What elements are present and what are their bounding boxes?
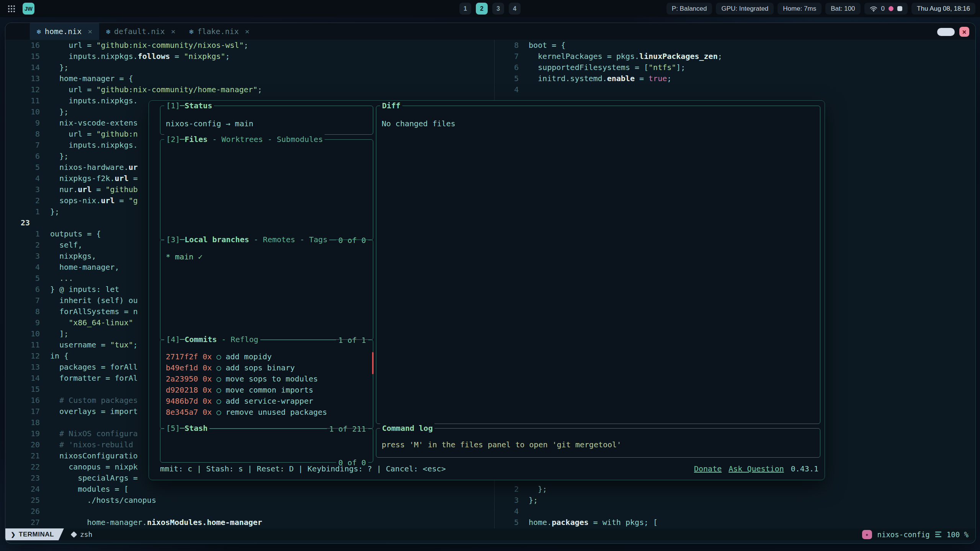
- workspace-button-1[interactable]: 1: [459, 3, 471, 15]
- lazygit-footer: mmit: c | Stash: s | Reset: D | Keybindi…: [160, 463, 818, 474]
- commits-scrollbar[interactable]: [372, 352, 374, 374]
- lazygit-status-panel[interactable]: [1]─Status nixos-config → main: [160, 106, 373, 135]
- lazygit-commits-panel[interactable]: [4]─Commits - Reflog 2717f2f0x○add mopid…: [160, 339, 373, 429]
- code-text: home-manager.nixosModules.home-manager: [50, 517, 262, 528]
- code-line[interactable]: 4: [497, 84, 971, 95]
- lazygit-diff-panel[interactable]: Diff No changed files: [376, 106, 820, 424]
- code-text: inputs.nixpkgs.follows = "nixpkgs";: [50, 51, 230, 62]
- tab-close-icon[interactable]: ×: [171, 27, 176, 36]
- shell-label: zsh: [80, 530, 93, 538]
- line-number: 18: [16, 417, 40, 428]
- lazygit-files-panel[interactable]: [2]─Files - Worktrees - Submodules 0 of …: [160, 139, 373, 240]
- apps-menu-button[interactable]: [5, 3, 17, 15]
- code-line[interactable]: 4: [497, 506, 971, 517]
- tab-close-icon[interactable]: ×: [245, 27, 250, 36]
- keybinding-hints: mmit: c | Stash: s | Reset: D | Keybindi…: [160, 463, 446, 474]
- lazygit-stash-panel[interactable]: [5]─Stash 0 of 0: [160, 428, 373, 463]
- clock[interactable]: Thu Aug 08, 18:16: [911, 3, 975, 15]
- line-number: 9: [16, 117, 40, 129]
- code-line[interactable]: 24 modules = [: [16, 484, 497, 495]
- commit-graph-icon: ○: [216, 352, 221, 361]
- code-line[interactable]: 14 };: [16, 62, 497, 73]
- donate-link[interactable]: Donate: [694, 463, 722, 474]
- code-line[interactable]: 7 kernelPackages = pkgs.linuxPackages_ze…: [497, 51, 971, 62]
- code-line[interactable]: 13 home-manager = {: [16, 73, 497, 84]
- lazygit-branches-panel[interactable]: [3]─Local branches - Remotes - Tags * ma…: [160, 240, 373, 340]
- module-home-ping[interactable]: Home: 7ms: [777, 3, 822, 15]
- code-line[interactable]: 5home.packages = with pkgs; [: [497, 517, 971, 528]
- code-text: nixpkgs,: [50, 251, 96, 262]
- indicator-dot-icon: [889, 6, 893, 11]
- workspace-button-3[interactable]: 3: [492, 3, 504, 15]
- tab-default.nix[interactable]: ❄default.nix×: [99, 23, 182, 40]
- diff-empty-text: No changed files: [376, 106, 820, 129]
- commit-row[interactable]: 2a239500x○move sops to modules: [166, 373, 373, 385]
- code-line[interactable]: 16 url = "github:nix-community/nixos-wsl…: [16, 40, 497, 51]
- tab-home.nix[interactable]: ❄home.nix×: [30, 23, 99, 40]
- tab-label: home.nix: [45, 27, 82, 36]
- code-line[interactable]: 2 };: [497, 484, 971, 495]
- line-number: 14: [16, 62, 40, 73]
- line-number: 5: [497, 73, 519, 84]
- commit-row[interactable]: 9486b7d0x○add service-wrapper: [166, 396, 373, 407]
- ask-question-link[interactable]: Ask Question: [728, 463, 784, 474]
- line-number: 7: [497, 51, 519, 62]
- commit-row[interactable]: 2717f2f0x○add mopidy: [166, 351, 373, 362]
- code-line[interactable]: 6 supportedFilesystems = ["ntfs"];: [497, 62, 971, 73]
- code-text: nixos-hardware.ur: [50, 162, 138, 173]
- code-line[interactable]: 8boot = {: [497, 40, 971, 51]
- module-gpu[interactable]: GPU: Integrated: [716, 3, 774, 15]
- commit-graph-icon: ○: [216, 374, 221, 383]
- code-line[interactable]: 26: [16, 506, 497, 517]
- code-line[interactable]: 25 ./hosts/canopus: [16, 495, 497, 506]
- line-number: 20: [16, 439, 40, 450]
- code-line[interactable]: 5 initrd.systemd.enable = true;: [497, 73, 971, 84]
- system-tray[interactable]: 0: [864, 3, 908, 15]
- commit-message: remove unused packages: [225, 408, 327, 417]
- line-number: 2: [16, 195, 40, 206]
- code-line[interactable]: 15 inputs.nixpkgs.follows = "nixpkgs";: [16, 51, 497, 62]
- line-number: 13: [16, 73, 40, 84]
- commit-message: add service-wrapper: [225, 396, 313, 406]
- window-close-button[interactable]: ×: [959, 27, 969, 37]
- terminal-icon: ❯: [11, 531, 16, 538]
- code-text: home.packages = with pkgs; [: [529, 517, 658, 528]
- line-number: 7: [16, 140, 40, 151]
- workspace-button-4[interactable]: 4: [509, 3, 521, 15]
- code-text: # Custom packages: [50, 395, 138, 406]
- commit-row[interactable]: 8e345a70x○remove unused packages: [166, 407, 373, 418]
- line-number: 3: [16, 251, 40, 262]
- line-number: 5: [497, 517, 519, 528]
- lazygit-command-log-panel[interactable]: Command log press 'M' in the files panel…: [376, 428, 820, 458]
- shell-indicator: zsh: [72, 530, 93, 538]
- code-text: ];: [50, 328, 69, 339]
- commit-author: 0x: [203, 408, 212, 417]
- workspace-button-2[interactable]: 2: [476, 3, 488, 15]
- line-number: 4: [497, 506, 519, 517]
- project-icon: ✦: [862, 530, 872, 539]
- module-power-profile[interactable]: P: Balanced: [666, 3, 712, 15]
- tab-close-icon[interactable]: ×: [88, 27, 92, 36]
- code-text: "x86_64-linux": [50, 317, 133, 328]
- commit-row[interactable]: d9202180x○move common imports: [166, 385, 373, 396]
- tray-app-icon: [897, 6, 902, 11]
- code-text: inherit (self) ou: [50, 295, 138, 306]
- window-pill-button[interactable]: [937, 28, 955, 36]
- tab-flake.nix[interactable]: ❄flake.nix×: [183, 23, 256, 40]
- commit-row[interactable]: b49ef1d0x○add sops binary: [166, 362, 373, 373]
- code-text: ...: [50, 273, 73, 284]
- code-text: };: [50, 206, 59, 217]
- code-text: kernelPackages = pkgs.linuxPackages_zen;: [529, 51, 722, 62]
- line-number: 10: [16, 328, 40, 339]
- module-battery[interactable]: Bat: 100: [825, 3, 860, 15]
- code-line[interactable]: 3};: [497, 495, 971, 506]
- line-number: 4: [497, 84, 519, 95]
- project-name: nixos-config: [877, 530, 930, 539]
- code-text: forAllSystems = n: [50, 306, 138, 317]
- line-number: 26: [16, 506, 40, 517]
- code-line[interactable]: 27 home-manager.nixosModules.home-manage…: [16, 517, 497, 528]
- code-line[interactable]: 12 url = "github:nix-community/home-mana…: [16, 84, 497, 95]
- code-text: };: [50, 151, 69, 162]
- line-number: 19: [16, 428, 40, 439]
- launcher-logo[interactable]: JW: [23, 3, 34, 15]
